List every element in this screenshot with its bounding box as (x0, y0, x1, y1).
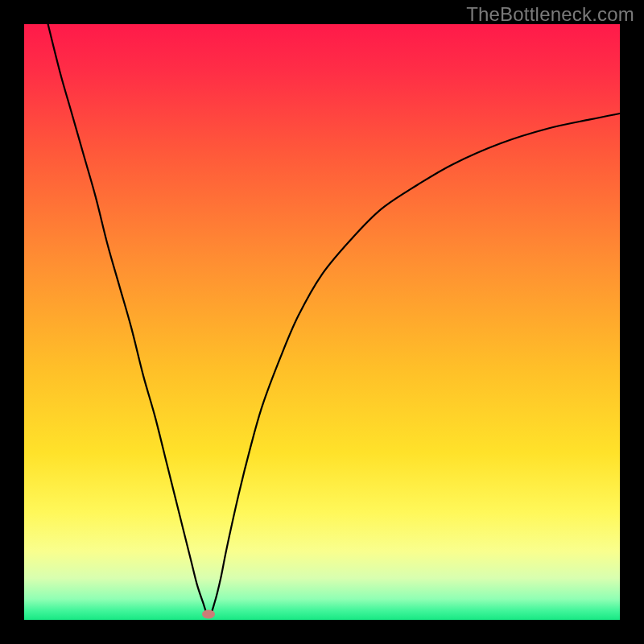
watermark-text: TheBottleneck.com (466, 3, 634, 26)
chart-frame: TheBottleneck.com (0, 0, 644, 644)
bottleneck-curve (24, 24, 620, 620)
optimal-point-marker (202, 609, 215, 618)
plot-area (24, 24, 620, 620)
